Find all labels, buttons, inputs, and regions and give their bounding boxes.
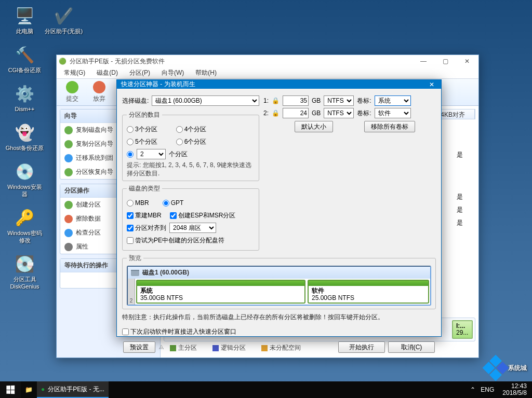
disk-type-group: 磁盘的类型 MBR GPT 重建MBR 创建ESP和MSR分区 分区对齐到 20… bbox=[122, 184, 259, 251]
partition-count-select[interactable]: 2 bbox=[137, 149, 166, 159]
radio-mbr[interactable]: MBR bbox=[127, 199, 149, 207]
toolbar-commit[interactable]: 提交 bbox=[60, 80, 85, 104]
disk-segment-i[interactable]: I:...29... bbox=[452, 320, 473, 339]
volume-select-2[interactable]: 软件 bbox=[375, 108, 411, 118]
preview-group: 预览 磁盘1 (60.00GB) 2 系统35.00GB NTFS 软件25.0… bbox=[122, 254, 436, 309]
taskbar: 📁 ●分区助手PE版 - 无... ⌃ ENG 12:43 2018/5/8 bbox=[0, 381, 532, 398]
menubar: 常规(G) 磁盘(D) 分区(P) 向导(W) 帮助(H) bbox=[57, 67, 478, 79]
disk-select[interactable]: 磁盘1 (60.00GB) bbox=[152, 95, 259, 106]
dialog-title: 快速分区神器 - 为装机而生 bbox=[121, 80, 195, 89]
menu-general[interactable]: 常规(G) bbox=[59, 67, 90, 78]
remove-labels-button[interactable]: 移除所有卷标 bbox=[364, 121, 415, 132]
preview-disk: 磁盘1 (60.00GB) 2 系统35.00GB NTFS 软件25.00GB… bbox=[127, 266, 431, 306]
preview-gap: 2 bbox=[128, 279, 135, 305]
watermark: 系统城 bbox=[486, 359, 527, 377]
align-select[interactable]: 2048 扇区 bbox=[169, 223, 216, 233]
desktop-icon-cgi-backup[interactable]: 🔨CGI备份还原 bbox=[5, 44, 44, 74]
desktop-icon-password[interactable]: 🔑Windows密码修改 bbox=[5, 207, 44, 244]
partition-count-group: 分区的数目 3个分区 4个分区 5个分区 6个分区 2 个分区 提示: 您能按 bbox=[122, 111, 259, 181]
desktop-icons-col1: 🖥️此电脑 🔨CGI备份还原 ⚙️Dism++ 👻Ghost备份还原 💿Wind… bbox=[5, 5, 44, 290]
menu-help[interactable]: 帮助(H) bbox=[190, 67, 222, 78]
default-size-button[interactable]: 默认大小 bbox=[295, 121, 333, 132]
cancel-button[interactable]: 取消(C) bbox=[388, 341, 435, 353]
start-button[interactable] bbox=[0, 381, 21, 398]
app-icon: 🟢 bbox=[59, 58, 66, 65]
preset-button[interactable]: 预设置 bbox=[123, 341, 155, 353]
desktop-icon-dism[interactable]: ⚙️Dism++ bbox=[5, 83, 44, 113]
menu-disk[interactable]: 磁盘(D) bbox=[91, 67, 123, 78]
chevron-icon: ⩓ bbox=[158, 344, 165, 351]
preview-partition-2[interactable]: 软件25.00GB NTFS bbox=[308, 280, 429, 304]
radio-gpt[interactable]: GPT bbox=[163, 199, 184, 207]
lock-icon[interactable]: 🔒 bbox=[272, 97, 280, 104]
cb-rebuild-mbr[interactable]: 重建MBR bbox=[127, 211, 162, 220]
start-button[interactable]: 开始执行 bbox=[338, 341, 385, 353]
main-title: 分区助手PE版 - 无损分区免费软件 bbox=[70, 57, 165, 66]
cb-next-boot[interactable]: 下次启动软件时直接进入快速分区窗口 bbox=[122, 327, 236, 336]
minimize-button[interactable]: — bbox=[414, 56, 433, 67]
radio-4-partitions[interactable]: 4个分区 bbox=[176, 125, 207, 134]
quick-partition-dialog: 快速分区神器 - 为装机而生 ✕ 选择磁盘: 磁盘1 (60.00GB) 分区的… bbox=[116, 79, 442, 337]
disk-select-label: 选择磁盘: bbox=[122, 97, 149, 105]
system-tray: ⌃ ENG 12:43 2018/5/8 bbox=[470, 383, 532, 396]
size-input-2[interactable] bbox=[283, 108, 309, 118]
tray-clock[interactable]: 12:43 2018/5/8 bbox=[499, 383, 530, 396]
desktop-icon-this-pc[interactable]: 🖥️此电脑 bbox=[5, 5, 44, 35]
desktop-icon-win-installer[interactable]: 💿Windows安装器 bbox=[5, 161, 44, 198]
radio-6-partitions[interactable]: 6个分区 bbox=[176, 138, 207, 146]
cb-create-esp[interactable]: 创建ESP和MSR分区 bbox=[170, 211, 236, 220]
dialog-close-button[interactable]: ✕ bbox=[427, 81, 437, 88]
preview-partition-1[interactable]: 系统35.00GB NTFS bbox=[136, 280, 305, 304]
partition-row-1: 1: 🔒 GB NTFS 卷标: 系统 bbox=[263, 95, 436, 106]
toolbar-discard[interactable]: 放弃 bbox=[87, 80, 112, 104]
warning-text: 特别注意：执行此操作后，当前所选磁盘上已经存在的所有分区将被删除！按回车键开始分… bbox=[122, 312, 436, 322]
desktop-icons-col2: ✔️分区助手(无损) bbox=[44, 5, 83, 35]
volume-select-1[interactable]: 系统 bbox=[375, 95, 411, 106]
radio-5-partitions[interactable]: 5个分区 bbox=[127, 138, 157, 146]
fs-select-2[interactable]: NTFS bbox=[324, 108, 354, 118]
main-titlebar[interactable]: 🟢 分区助手PE版 - 无损分区免费软件 — ▢ ✕ bbox=[57, 55, 478, 67]
hint-text: 提示: 您能按1, 2, 3, 4, 5, 6, 7, 8, 9键来快速选择分区… bbox=[127, 161, 255, 177]
maximize-button[interactable]: ▢ bbox=[436, 56, 455, 67]
desktop-icon-partition-assistant[interactable]: ✔️分区助手(无损) bbox=[44, 5, 83, 35]
tray-lang[interactable]: ENG bbox=[481, 386, 494, 393]
menu-wizard[interactable]: 向导(W) bbox=[156, 67, 189, 78]
fs-select-1[interactable]: NTFS bbox=[324, 95, 354, 106]
radio-custom-count[interactable] bbox=[127, 151, 134, 158]
taskbar-explorer[interactable]: 📁 bbox=[21, 381, 37, 398]
lock-icon[interactable]: 🔒 bbox=[272, 109, 280, 117]
cb-align[interactable]: 分区对齐到 bbox=[127, 224, 166, 232]
menu-partition[interactable]: 分区(P) bbox=[124, 67, 155, 78]
desktop-icon-ghost[interactable]: 👻Ghost备份还原 bbox=[5, 122, 44, 152]
desktop-icon-diskgenius[interactable]: 💽分区工具DiskGenius bbox=[5, 253, 44, 290]
disk-icon bbox=[131, 270, 139, 276]
radio-3-partitions[interactable]: 3个分区 bbox=[127, 125, 157, 134]
close-button[interactable]: ✕ bbox=[458, 56, 476, 67]
partition-row-2: 2: 🔒 GB NTFS 卷标: 软件 bbox=[263, 107, 436, 119]
dialog-titlebar[interactable]: 快速分区神器 - 为装机而生 ✕ bbox=[117, 80, 441, 89]
taskbar-app-partition-assistant[interactable]: ●分区助手PE版 - 无... bbox=[37, 381, 109, 398]
cb-pe-assign[interactable]: 尝试为PE中创建的分区分配盘符 bbox=[127, 236, 224, 245]
tray-up-icon[interactable]: ⌃ bbox=[470, 386, 475, 393]
size-input-1[interactable] bbox=[283, 95, 309, 106]
